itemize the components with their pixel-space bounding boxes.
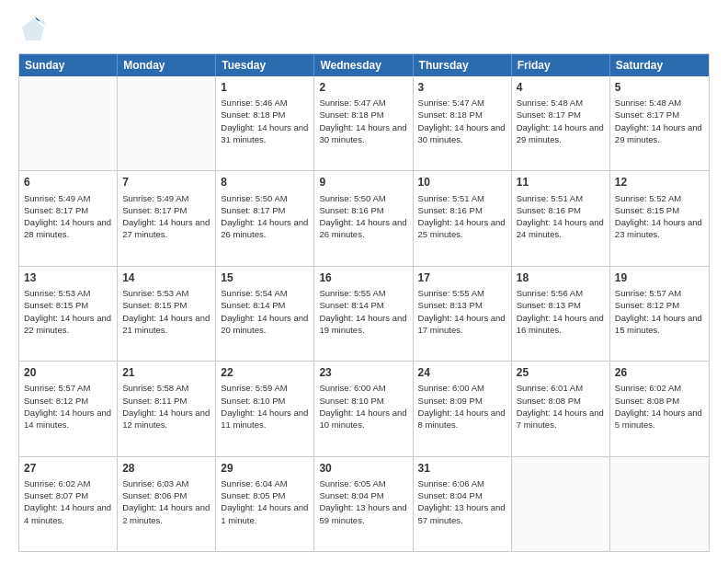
day-number: 10 xyxy=(418,175,506,190)
calendar-cell: 21Sunrise: 5:58 AMSunset: 8:11 PMDayligh… xyxy=(118,362,216,455)
calendar-cell xyxy=(118,76,216,170)
calendar-cell: 11Sunrise: 5:51 AMSunset: 8:16 PMDayligh… xyxy=(512,171,610,265)
day-number: 8 xyxy=(221,175,309,190)
day-content: Sunrise: 6:02 AMSunset: 8:07 PMDaylight:… xyxy=(24,477,112,526)
calendar-week-1: 1Sunrise: 5:46 AMSunset: 8:18 PMDaylight… xyxy=(19,76,709,170)
calendar-week-3: 13Sunrise: 5:53 AMSunset: 8:15 PMDayligh… xyxy=(19,266,709,361)
day-number: 4 xyxy=(517,80,605,95)
day-content: Sunrise: 5:57 AMSunset: 8:12 PMDaylight:… xyxy=(615,287,704,336)
calendar-cell: 16Sunrise: 5:55 AMSunset: 8:14 PMDayligh… xyxy=(314,267,413,361)
calendar-weekday-friday: Friday xyxy=(512,54,610,76)
calendar-cell: 13Sunrise: 5:53 AMSunset: 8:15 PMDayligh… xyxy=(19,267,118,361)
calendar-cell: 15Sunrise: 5:54 AMSunset: 8:14 PMDayligh… xyxy=(216,267,314,361)
day-content: Sunrise: 6:02 AMSunset: 8:08 PMDaylight:… xyxy=(615,382,704,431)
calendar-cell: 17Sunrise: 5:55 AMSunset: 8:13 PMDayligh… xyxy=(414,267,512,361)
calendar-cell: 10Sunrise: 5:51 AMSunset: 8:16 PMDayligh… xyxy=(414,171,512,265)
day-content: Sunrise: 5:47 AMSunset: 8:18 PMDaylight:… xyxy=(319,97,407,145)
calendar-weekday-saturday: Saturday xyxy=(610,54,709,76)
calendar-weekday-tuesday: Tuesday xyxy=(216,54,314,76)
calendar-cell: 12Sunrise: 5:52 AMSunset: 8:15 PMDayligh… xyxy=(610,171,709,265)
day-number: 16 xyxy=(319,270,407,285)
calendar-cell: 31Sunrise: 6:06 AMSunset: 8:04 PMDayligh… xyxy=(414,457,512,551)
day-content: Sunrise: 5:53 AMSunset: 8:15 PMDaylight:… xyxy=(122,287,210,336)
logo-icon xyxy=(18,15,48,44)
calendar-cell xyxy=(610,457,709,551)
calendar-body: 1Sunrise: 5:46 AMSunset: 8:18 PMDaylight… xyxy=(19,76,709,551)
day-content: Sunrise: 5:58 AMSunset: 8:11 PMDaylight:… xyxy=(122,382,210,431)
calendar-weekday-wednesday: Wednesday xyxy=(314,54,413,76)
day-content: Sunrise: 5:55 AMSunset: 8:14 PMDaylight:… xyxy=(319,287,407,336)
calendar-week-4: 20Sunrise: 5:57 AMSunset: 8:12 PMDayligh… xyxy=(19,361,709,455)
day-number: 21 xyxy=(122,365,210,380)
day-number: 2 xyxy=(319,80,407,95)
logo xyxy=(18,15,51,48)
calendar-weekday-monday: Monday xyxy=(118,54,216,76)
day-number: 31 xyxy=(418,461,506,476)
calendar-cell: 7Sunrise: 5:49 AMSunset: 8:17 PMDaylight… xyxy=(118,171,216,265)
calendar-cell: 29Sunrise: 6:04 AMSunset: 8:05 PMDayligh… xyxy=(216,457,314,551)
day-number: 6 xyxy=(24,175,112,190)
calendar: SundayMondayTuesdayWednesdayThursdayFrid… xyxy=(18,53,710,552)
day-number: 22 xyxy=(221,365,309,380)
calendar-cell: 20Sunrise: 5:57 AMSunset: 8:12 PMDayligh… xyxy=(19,362,118,455)
calendar-cell: 5Sunrise: 5:48 AMSunset: 8:17 PMDaylight… xyxy=(610,76,709,170)
day-number: 17 xyxy=(418,270,506,285)
day-number: 11 xyxy=(517,175,605,190)
day-content: Sunrise: 5:57 AMSunset: 8:12 PMDaylight:… xyxy=(24,382,112,431)
day-content: Sunrise: 5:49 AMSunset: 8:17 PMDaylight:… xyxy=(24,192,112,241)
day-number: 27 xyxy=(24,461,112,476)
calendar-cell: 8Sunrise: 5:50 AMSunset: 8:17 PMDaylight… xyxy=(216,171,314,265)
day-content: Sunrise: 6:06 AMSunset: 8:04 PMDaylight:… xyxy=(418,477,506,526)
day-number: 1 xyxy=(221,80,309,95)
day-content: Sunrise: 6:01 AMSunset: 8:08 PMDaylight:… xyxy=(517,382,605,431)
calendar-header: SundayMondayTuesdayWednesdayThursdayFrid… xyxy=(19,54,709,76)
day-content: Sunrise: 6:03 AMSunset: 8:06 PMDaylight:… xyxy=(122,477,210,526)
calendar-cell: 26Sunrise: 6:02 AMSunset: 8:08 PMDayligh… xyxy=(610,362,709,455)
calendar-cell: 19Sunrise: 5:57 AMSunset: 8:12 PMDayligh… xyxy=(610,267,709,361)
page: SundayMondayTuesdayWednesdayThursdayFrid… xyxy=(0,0,728,563)
calendar-weekday-thursday: Thursday xyxy=(414,54,512,76)
header xyxy=(18,15,710,48)
day-number: 28 xyxy=(122,461,210,476)
day-content: Sunrise: 5:55 AMSunset: 8:13 PMDaylight:… xyxy=(418,287,506,336)
day-content: Sunrise: 5:51 AMSunset: 8:16 PMDaylight:… xyxy=(517,192,605,241)
day-number: 14 xyxy=(122,270,210,285)
day-content: Sunrise: 6:00 AMSunset: 8:10 PMDaylight:… xyxy=(319,382,407,431)
day-number: 26 xyxy=(615,365,704,380)
day-number: 7 xyxy=(122,175,210,190)
calendar-week-5: 27Sunrise: 6:02 AMSunset: 8:07 PMDayligh… xyxy=(19,456,709,551)
day-number: 5 xyxy=(615,80,704,95)
day-number: 15 xyxy=(221,270,309,285)
calendar-cell: 30Sunrise: 6:05 AMSunset: 8:04 PMDayligh… xyxy=(314,457,413,551)
calendar-cell: 18Sunrise: 5:56 AMSunset: 8:13 PMDayligh… xyxy=(512,267,610,361)
day-number: 9 xyxy=(319,175,407,190)
calendar-cell: 14Sunrise: 5:53 AMSunset: 8:15 PMDayligh… xyxy=(118,267,216,361)
day-content: Sunrise: 5:49 AMSunset: 8:17 PMDaylight:… xyxy=(122,192,210,241)
day-number: 18 xyxy=(517,270,605,285)
calendar-cell: 9Sunrise: 5:50 AMSunset: 8:16 PMDaylight… xyxy=(314,171,413,265)
day-content: Sunrise: 6:05 AMSunset: 8:04 PMDaylight:… xyxy=(319,477,407,526)
calendar-cell: 4Sunrise: 5:48 AMSunset: 8:17 PMDaylight… xyxy=(512,76,610,170)
day-number: 25 xyxy=(517,365,605,380)
calendar-week-2: 6Sunrise: 5:49 AMSunset: 8:17 PMDaylight… xyxy=(19,170,709,265)
calendar-cell: 6Sunrise: 5:49 AMSunset: 8:17 PMDaylight… xyxy=(19,171,118,265)
day-number: 29 xyxy=(221,461,309,476)
day-content: Sunrise: 5:50 AMSunset: 8:16 PMDaylight:… xyxy=(319,192,407,241)
svg-marker-0 xyxy=(22,18,44,40)
day-content: Sunrise: 5:53 AMSunset: 8:15 PMDaylight:… xyxy=(24,287,112,336)
day-content: Sunrise: 5:51 AMSunset: 8:16 PMDaylight:… xyxy=(418,192,506,241)
day-content: Sunrise: 5:52 AMSunset: 8:15 PMDaylight:… xyxy=(615,192,704,241)
day-content: Sunrise: 5:47 AMSunset: 8:18 PMDaylight:… xyxy=(418,97,506,145)
day-content: Sunrise: 6:04 AMSunset: 8:05 PMDaylight:… xyxy=(221,477,309,526)
calendar-cell: 24Sunrise: 6:00 AMSunset: 8:09 PMDayligh… xyxy=(414,362,512,455)
day-number: 30 xyxy=(319,461,407,476)
day-content: Sunrise: 5:56 AMSunset: 8:13 PMDaylight:… xyxy=(517,287,605,336)
day-number: 20 xyxy=(24,365,112,380)
calendar-cell: 25Sunrise: 6:01 AMSunset: 8:08 PMDayligh… xyxy=(512,362,610,455)
day-number: 19 xyxy=(615,270,704,285)
calendar-cell xyxy=(19,76,118,170)
calendar-cell: 23Sunrise: 6:00 AMSunset: 8:10 PMDayligh… xyxy=(314,362,413,455)
calendar-cell: 27Sunrise: 6:02 AMSunset: 8:07 PMDayligh… xyxy=(19,457,118,551)
calendar-cell: 22Sunrise: 5:59 AMSunset: 8:10 PMDayligh… xyxy=(216,362,314,455)
day-number: 3 xyxy=(418,80,506,95)
